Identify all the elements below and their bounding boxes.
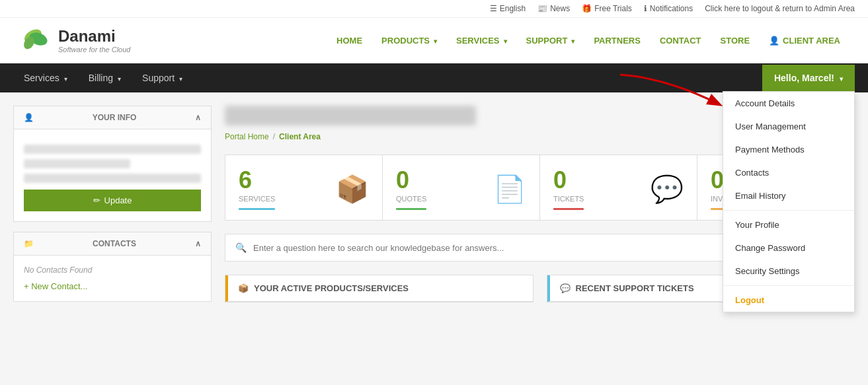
nav-home[interactable]: HOME [329,30,370,51]
nav-client-area[interactable]: 👤 CLIENT AREA [761,30,848,51]
stat-tickets-underline [553,208,584,210]
dropdown-account-details[interactable]: Account Details [723,92,854,115]
nav-products[interactable]: PRODUCTS [374,30,445,51]
subnav-support[interactable]: Support [132,63,193,92]
notifications-link[interactable]: ℹ Notifications [644,4,693,13]
info-line-2 [24,159,130,168]
contacts-collapse-icon[interactable]: ∧ [195,239,201,248]
dropdown-security-settings[interactable]: Security Settings [723,260,854,283]
site-header: Danami Software for the Cloud HOME PRODU… [0,18,868,63]
products-panel-icon: 📦 [238,283,249,293]
hello-label: Hello, Marcel! [774,73,834,83]
dropdown-your-profile[interactable]: Your Profile [723,213,854,236]
dropdown-user-management[interactable]: User Management [723,115,854,138]
nav-support[interactable]: SUPPORT [518,30,583,51]
newspaper-icon: 📰 [537,4,547,13]
stat-quotes-underline [396,208,426,210]
collapse-icon[interactable]: ∧ [195,113,201,122]
quotes-document-icon: 📄 [493,174,526,205]
stat-services-label: SERVICES [239,195,275,203]
language-label: English [500,4,526,13]
gift-icon: 🎁 [582,4,592,13]
dropdown-payment-methods[interactable]: Payment Methods [723,138,854,161]
breadcrumb-home[interactable]: Portal Home [225,132,269,141]
stat-quotes-number: 0 [396,168,426,192]
nav-contact[interactable]: CONTACT [652,30,709,51]
logo-text: Danami Software for the Cloud [58,27,130,53]
sidebar: 👤 YOUR INFO ∧ ✏ Update 📁 CONTACTS ∧ [13,106,212,312]
admin-logout-link[interactable]: Click here to logout & return to Admin A… [705,4,855,13]
stat-services: 6 SERVICES 📦 [225,155,383,220]
news-link[interactable]: 📰 News [537,4,570,13]
stat-services-number: 6 [239,168,275,192]
tickets-chat-icon: 💬 [651,174,684,205]
hello-button[interactable]: Hello, Marcel! [762,65,855,91]
update-label: Update [104,195,132,205]
welcome-heading-blurred [225,106,476,125]
tickets-panel-label: RECENT SUPPORT TICKETS [576,283,694,293]
subnav-billing[interactable]: Billing [78,63,132,92]
info-line-3 [24,174,201,183]
admin-logout-label: Click here to logout & return to Admin A… [705,4,855,13]
contacts-section: 📁 CONTACTS ∧ No Contacts Found + New Con… [13,232,212,302]
dropdown-contacts[interactable]: Contacts [723,161,854,184]
stat-tickets-number: 0 [553,168,584,192]
your-info-label: YOUR INFO [93,113,137,122]
dropdown-change-password[interactable]: Change Password [723,236,854,260]
subnav-services[interactable]: Services [13,63,78,92]
contacts-label: CONTACTS [93,239,136,248]
sub-nav: Services Billing Support Hello, Marcel! … [0,63,868,92]
free-trials-label: Free Trials [594,4,632,13]
your-info-header: 👤 YOUR INFO ∧ [14,106,211,129]
dropdown-divider-1 [723,210,854,211]
your-info-section: 👤 YOUR INFO ∧ ✏ Update [13,106,212,222]
contacts-header: 📁 CONTACTS ∧ [14,232,211,256]
dropdown-divider-2 [723,285,854,286]
services-caret [502,36,507,46]
info-icon: ℹ [644,4,647,13]
stat-tickets-label: TICKETS [553,195,584,203]
search-icon: 🔍 [235,242,247,253]
stat-quotes-left: 0 QUOTES [396,168,426,210]
new-contact-button[interactable]: + New Contact... [24,281,201,291]
no-contacts-text: No Contacts Found [24,265,201,275]
hello-dropdown: Account Details User Management Payment … [723,91,855,312]
products-panel-label: YOUR ACTIVE PRODUCTS/SERVICES [254,283,409,293]
stat-quotes-label: QUOTES [396,195,426,203]
contacts-body: No Contacts Found + New Contact... [14,256,211,301]
tickets-panel-icon: 💬 [560,283,571,293]
language-selector[interactable]: ☰ English [490,4,526,13]
folder-icon: 📁 [24,239,34,248]
free-trials-link[interactable]: 🎁 Free Trials [582,4,632,13]
breadcrumb-current: Client Area [279,132,321,141]
user-circle-icon: 👤 [24,113,34,122]
main-nav: HOME PRODUCTS SERVICES SUPPORT PARTNERS … [329,30,848,51]
nav-services[interactable]: SERVICES [448,30,515,51]
stat-services-underline [239,208,275,210]
update-button[interactable]: ✏ Update [24,190,201,211]
nav-partners[interactable]: PARTNERS [586,30,649,51]
products-panel: 📦 YOUR ACTIVE PRODUCTS/SERVICES [225,275,533,302]
logo-icon [20,24,52,56]
dropdown-logout[interactable]: Logout [723,289,854,312]
top-bar: ☰ English 📰 News 🎁 Free Trials ℹ Notific… [0,0,868,18]
subnav-support-caret [178,73,182,83]
info-line-1 [24,145,201,154]
notifications-label: Notifications [650,4,693,13]
company-tagline: Software for the Cloud [58,46,130,53]
breadcrumb-separator: / [273,132,275,141]
news-label: News [550,4,570,13]
products-panel-header: 📦 YOUR ACTIVE PRODUCTS/SERVICES [225,275,533,302]
sub-nav-left: Services Billing Support [13,63,193,92]
stat-quotes: 0 QUOTES 📄 [383,155,540,220]
support-caret [570,36,574,46]
stat-tickets-left: 0 TICKETS [553,168,584,210]
products-caret [432,36,437,46]
logo-area: Danami Software for the Cloud [20,24,130,56]
subnav-billing-label: Billing [89,73,113,83]
dropdown-email-history[interactable]: Email History [723,184,854,207]
stat-tickets: 0 TICKETS 💬 [540,155,697,220]
subnav-billing-caret [116,73,121,83]
company-name: Danami [58,27,130,46]
nav-store[interactable]: STORE [713,30,758,51]
